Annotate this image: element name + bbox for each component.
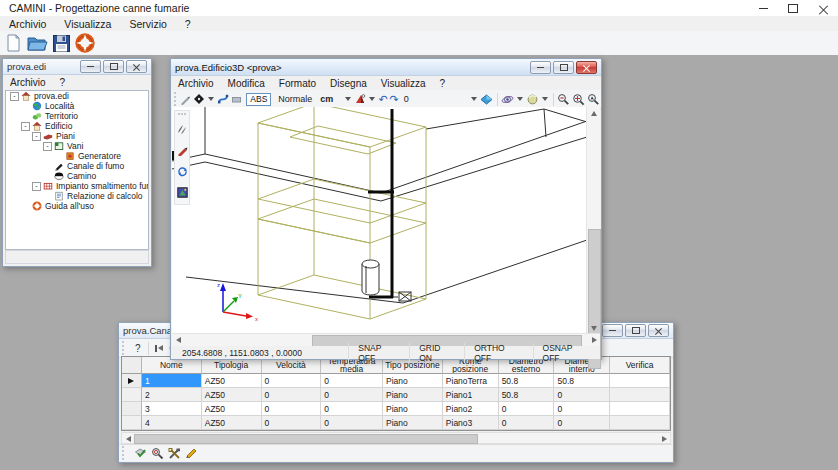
- tree-item[interactable]: Relazione di calcolo: [6, 191, 148, 201]
- table-cell[interactable]: AZ50: [202, 402, 262, 416]
- scrollbar-thumb[interactable]: [134, 434, 478, 444]
- grid-toggle[interactable]: GRID ON: [409, 343, 464, 363]
- table-cell[interactable]: AZ50: [202, 374, 262, 388]
- tree-item[interactable]: -Vani: [6, 141, 148, 151]
- table-cell[interactable]: 0: [262, 388, 322, 402]
- tree-expander-icon[interactable]: -: [21, 122, 30, 131]
- row-selector[interactable]: [122, 402, 142, 416]
- table-cell[interactable]: Piano: [383, 416, 443, 430]
- edit-button[interactable]: [184, 446, 199, 461]
- layer-color-button[interactable]: [193, 93, 205, 106]
- dropdown-caret-icon[interactable]: [369, 97, 375, 101]
- abs-toggle-button[interactable]: ABS: [246, 93, 271, 106]
- first-record-button[interactable]: [155, 345, 163, 352]
- table-cell[interactable]: Piano: [383, 402, 443, 416]
- tree-item[interactable]: -prova.edi: [6, 91, 148, 101]
- minimize-button[interactable]: [80, 60, 101, 73]
- table-cell[interactable]: 0: [262, 402, 322, 416]
- help-button[interactable]: [74, 32, 96, 54]
- minimize-button[interactable]: [748, 0, 778, 16]
- spline-button[interactable]: [217, 93, 229, 106]
- table-cell[interactable]: 50.8: [499, 388, 555, 402]
- table-cell[interactable]: [610, 374, 670, 388]
- undo-button[interactable]: ↶: [378, 93, 387, 106]
- tools-button[interactable]: [167, 446, 182, 461]
- osnap-toggle[interactable]: OSNAP OFF: [533, 343, 600, 363]
- maximize-button[interactable]: [625, 324, 646, 337]
- new-document-button[interactable]: [2, 32, 24, 54]
- draw-tool-button[interactable]: [177, 142, 188, 160]
- column-header[interactable]: Verifica: [610, 357, 670, 374]
- menu-modifica[interactable]: Modifica: [221, 78, 272, 89]
- dropdown-caret-icon[interactable]: [517, 97, 523, 101]
- table-cell[interactable]: Piano1: [443, 388, 499, 402]
- maximize-button[interactable]: [778, 0, 808, 16]
- tree-item[interactable]: Generatore: [6, 151, 148, 161]
- drawing-canvas[interactable]: z Y x: [172, 107, 587, 334]
- table-row[interactable]: 1AZ5000PianoPianoTerra50.850.8: [122, 374, 670, 388]
- scroll-up-button[interactable]: [587, 107, 600, 119]
- menu-archivio[interactable]: Archivio: [171, 78, 221, 89]
- view-orbit-button[interactable]: [501, 93, 514, 106]
- table-cell[interactable]: AZ50: [202, 416, 262, 430]
- tree-item[interactable]: -Edificio: [6, 121, 148, 131]
- tree-expander-icon[interactable]: -: [43, 142, 52, 151]
- table-cell[interactable]: 0: [262, 416, 322, 430]
- menu-formato[interactable]: Formato: [272, 78, 323, 89]
- row-selector[interactable]: [122, 374, 142, 388]
- table-cell[interactable]: 0: [321, 402, 383, 416]
- table-cell[interactable]: Piano: [383, 374, 443, 388]
- tree-item[interactable]: Guida all'uso: [6, 201, 148, 211]
- table-row[interactable]: 4AZ5000PianoPiano300: [122, 416, 670, 430]
- save-button[interactable]: [50, 32, 72, 54]
- help-button[interactable]: ?: [131, 343, 145, 354]
- table-cell[interactable]: 0: [554, 388, 610, 402]
- table-cell[interactable]: 0: [321, 374, 383, 388]
- table-cell[interactable]: PianoTerra: [443, 374, 499, 388]
- redo-button[interactable]: ↷: [390, 93, 399, 106]
- menu-help[interactable]: ?: [176, 18, 200, 30]
- unit-select[interactable]: cm: [316, 94, 337, 104]
- maximize-button[interactable]: [553, 61, 574, 74]
- render-settings-button[interactable]: [177, 184, 188, 202]
- vertical-scrollbar[interactable]: [586, 107, 600, 334]
- minimize-button[interactable]: [530, 61, 551, 74]
- ortho-toggle[interactable]: ORTHO OFF: [464, 343, 532, 363]
- tree-item[interactable]: -Piani: [6, 131, 148, 141]
- table-cell[interactable]: Piano3: [443, 416, 499, 430]
- open-file-button[interactable]: [26, 32, 48, 54]
- table-cell[interactable]: 1: [142, 374, 202, 388]
- refresh-view-button[interactable]: [177, 163, 188, 181]
- table-row[interactable]: 3AZ5000PianoPiano200: [122, 402, 670, 416]
- dropdown-caret-icon[interactable]: [471, 97, 477, 101]
- table-row[interactable]: 2AZ5000PianoPiano150.80: [122, 388, 670, 402]
- menu-archivio[interactable]: Archivio: [0, 18, 55, 30]
- zoom-extents-button[interactable]: [572, 93, 585, 106]
- tree-item[interactable]: Canale di fumo: [6, 161, 148, 171]
- table-cell[interactable]: 0: [321, 416, 383, 430]
- maximize-button[interactable]: [103, 60, 124, 73]
- row-selector[interactable]: [122, 388, 142, 402]
- table-cell[interactable]: 0: [499, 402, 555, 416]
- dropdown-caret-icon[interactable]: [345, 97, 351, 101]
- view-3d-button[interactable]: [480, 93, 493, 106]
- dropdown-caret-icon[interactable]: [542, 97, 548, 101]
- tree-item[interactable]: Località: [6, 101, 148, 111]
- angle-cone-button[interactable]: [354, 93, 366, 106]
- verify-button[interactable]: [133, 446, 148, 461]
- table-cell[interactable]: [610, 388, 670, 402]
- table-cell[interactable]: 0: [554, 402, 610, 416]
- table-cell[interactable]: 0: [554, 416, 610, 430]
- menu-archivio[interactable]: Archivio: [3, 77, 53, 88]
- menu-visualizza[interactable]: Visualizza: [55, 18, 120, 30]
- close-button[interactable]: [576, 61, 597, 74]
- scroll-left-button[interactable]: [172, 334, 184, 346]
- minimize-button[interactable]: [602, 324, 623, 337]
- table-cell[interactable]: 50.8: [554, 374, 610, 388]
- tree-expander-icon[interactable]: -: [10, 92, 19, 101]
- flat-button[interactable]: [231, 93, 242, 106]
- zoom-out-button[interactable]: [557, 93, 570, 106]
- table-cell[interactable]: [610, 416, 670, 430]
- menu-help[interactable]: ?: [433, 78, 453, 89]
- table-cell[interactable]: 0: [262, 374, 322, 388]
